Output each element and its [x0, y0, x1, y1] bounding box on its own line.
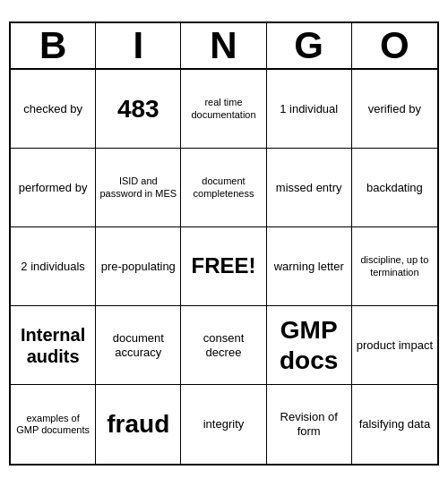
bingo-header: BINGO — [11, 23, 437, 70]
bingo-cell: checked by — [11, 70, 96, 149]
bingo-cell: missed entry — [267, 149, 352, 227]
bingo-cell: FREE! — [181, 227, 266, 306]
bingo-cell: performed by — [11, 149, 96, 227]
bingo-cell: verified by — [352, 70, 437, 149]
bingo-cell: ISID and password in MES — [96, 149, 181, 227]
bingo-cell: 483 — [96, 70, 181, 149]
bingo-cell: warning letter — [267, 227, 352, 306]
header-letter: N — [181, 23, 266, 68]
header-letter: G — [267, 23, 352, 68]
header-letter: O — [352, 23, 437, 68]
bingo-cell: consent decree — [181, 306, 266, 385]
bingo-cell: GMP docs — [267, 306, 352, 385]
bingo-cell: 2 individuals — [11, 227, 96, 306]
bingo-cell: pre-populating — [96, 227, 181, 306]
bingo-cell: falsifying data — [352, 385, 437, 464]
bingo-grid: checked by483real time documentation1 in… — [11, 70, 437, 464]
header-letter: B — [11, 23, 96, 68]
bingo-cell: real time documentation — [181, 70, 266, 149]
bingo-cell: Revision of form — [267, 385, 352, 464]
bingo-cell: discipline, up to termination — [352, 227, 437, 306]
bingo-cell: Internal audits — [11, 306, 96, 385]
bingo-cell: product impact — [352, 306, 437, 385]
bingo-card: BINGO checked by483real time documentati… — [9, 21, 439, 466]
bingo-cell: document completeness — [181, 149, 266, 227]
bingo-cell: integrity — [181, 385, 266, 464]
bingo-cell: fraud — [96, 385, 181, 464]
bingo-cell: examples of GMP documents — [11, 385, 96, 464]
bingo-cell: document accuracy — [96, 306, 181, 385]
bingo-cell: 1 individual — [267, 70, 352, 149]
bingo-cell: backdating — [352, 149, 437, 227]
header-letter: I — [96, 23, 181, 68]
